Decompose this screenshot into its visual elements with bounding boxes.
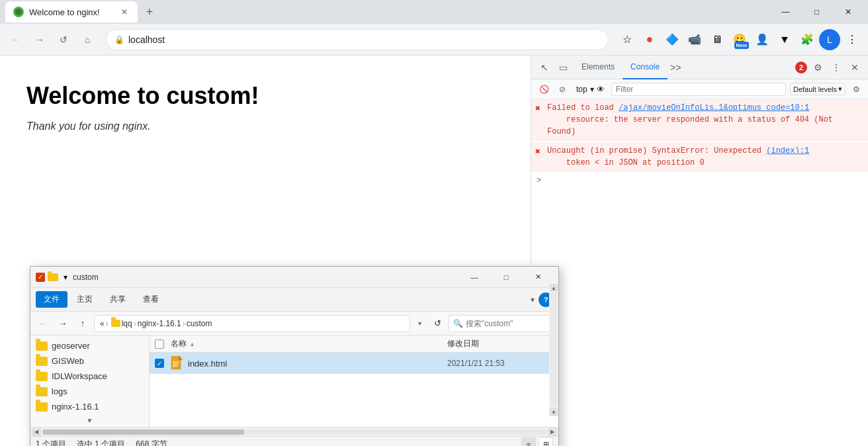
ribbon-tab-share[interactable]: 共享 xyxy=(102,291,134,308)
console-error-1: ✖ Failed to load /ajax/movieOnInfoLis…1&… xyxy=(531,99,868,141)
view-grid-button[interactable]: ⊞ xyxy=(539,437,553,447)
profile-icon[interactable]: L xyxy=(819,29,840,50)
explorer-back-button[interactable]: ← xyxy=(34,315,52,332)
status-total: 1 个项目 xyxy=(36,439,66,446)
file-explorer: ✓ ▾ custom — □ ✕ 文件 主页 共享 查看 ▾ ? xyxy=(30,266,559,446)
svg-rect-5 xyxy=(173,365,177,367)
browser-tab[interactable]: Welcome to nginx! ✕ xyxy=(5,1,138,22)
hscroll-right-icon[interactable]: ▶ xyxy=(548,428,557,436)
extension6-icon[interactable]: ▼ xyxy=(774,29,795,50)
devtools-close-icon[interactable]: ✕ xyxy=(847,60,863,75)
default-levels-button[interactable]: Default levels ▾ xyxy=(790,83,846,95)
extension5-icon[interactable]: 👤 xyxy=(752,29,773,50)
file-row-indexhtml[interactable]: ✓ xyxy=(150,353,558,374)
devtools-inspect-icon[interactable]: ↖ xyxy=(537,60,552,75)
devtools-settings-icon[interactable]: ⚙ xyxy=(810,60,826,75)
clear-console-icon[interactable]: 🚫 xyxy=(537,82,551,97)
devtools-more-tabs[interactable]: >> xyxy=(668,62,683,73)
eye-icon[interactable]: 👁 xyxy=(597,85,605,94)
error-link-2[interactable]: (index):1 xyxy=(766,146,809,156)
sidebar-folder-gisweb[interactable]: GISWeb xyxy=(30,353,140,369)
context-select[interactable]: top ▾ 👁 xyxy=(574,83,607,95)
extension2-icon[interactable]: 📹 xyxy=(684,29,705,50)
extension4-new[interactable]: 😀 New xyxy=(729,29,750,50)
error-count-badge: 2 xyxy=(795,62,807,73)
file-date-text: 2021/1/21 21:53 xyxy=(447,359,553,368)
console-settings-icon[interactable]: ⚙ xyxy=(849,83,863,96)
explorer-forward-button[interactable]: → xyxy=(54,315,71,332)
hscroll-thumb[interactable] xyxy=(42,429,244,435)
devtools-menu-icon[interactable]: ⋮ xyxy=(828,60,844,75)
extensions-icon[interactable]: 🧩 xyxy=(797,29,818,50)
sidebar-folder-nginx[interactable]: nginx-1.16.1 xyxy=(30,399,140,414)
ribbon-expand-icon[interactable]: ▾ xyxy=(528,292,537,307)
file-checkbox-indexhtml[interactable]: ✓ xyxy=(155,359,171,368)
ribbon-tab-view[interactable]: 查看 xyxy=(135,291,167,308)
ribbon: 文件 主页 共享 查看 ▾ ? xyxy=(30,288,558,312)
sidebar-folder-idlworkspace[interactable]: IDLWorkspace xyxy=(30,369,140,384)
close-button[interactable]: ✕ xyxy=(833,0,863,24)
main-area: Welcome to custom! Thank you for using n… xyxy=(0,56,868,446)
header-check xyxy=(155,339,171,349)
ribbon-tab-file[interactable]: 文件 xyxy=(36,291,67,308)
nav-refresh-button[interactable]: ↺ xyxy=(429,315,446,332)
maximize-button[interactable]: □ xyxy=(802,0,832,24)
file-name-cell: index.html xyxy=(171,357,447,370)
folder-icon-geoserver xyxy=(36,341,48,351)
new-tab-button[interactable]: + xyxy=(140,3,159,21)
view-list-button[interactable]: ≡ xyxy=(521,437,536,447)
breadcrumb-path[interactable]: « › lqq › nginx-1.16.1 › custom xyxy=(94,315,410,332)
block-icon[interactable]: ⊘ xyxy=(555,82,570,97)
column-name-header[interactable]: 名称 ▲ xyxy=(171,338,447,349)
explorer-up-button[interactable]: ↑ xyxy=(74,315,91,332)
menu-icon[interactable]: ⋮ xyxy=(842,29,863,50)
search-box[interactable]: 🔍 xyxy=(449,315,554,332)
address-input[interactable]: 🔒 localhost xyxy=(106,29,609,50)
folder-label-idlworkspace: IDLWorkspace xyxy=(52,371,107,381)
sidebar-scroll-down-icon[interactable]: ▼ xyxy=(87,417,93,424)
sidebar-folder-logs[interactable]: logs xyxy=(30,384,140,399)
console-caret[interactable]: > xyxy=(531,172,868,189)
console-error-2: ✖ Uncaught (in promise) SyntaxError: Une… xyxy=(531,142,868,172)
address-bar: ← → ↺ ⌂ 🔒 localhost ☆ ● 🔷 📹 🖥 😀 New xyxy=(0,24,868,56)
lock-icon: 🔒 xyxy=(114,35,124,44)
window-controls: — □ ✕ xyxy=(771,0,863,24)
error-icon-2: ✖ xyxy=(535,146,541,159)
filter-input[interactable] xyxy=(611,83,786,96)
sidebar-folder-geoserver[interactable]: geoserver xyxy=(30,338,140,353)
devtools-device-icon[interactable]: ▭ xyxy=(555,60,571,75)
chrome-icon[interactable]: ● xyxy=(639,29,660,50)
error-text-2: Uncaught (in promise) SyntaxError: Unexp… xyxy=(547,146,809,167)
explorer-maximize-button[interactable]: □ xyxy=(491,267,521,288)
extension1-icon[interactable]: 🔷 xyxy=(662,29,683,50)
back-button[interactable]: ← xyxy=(5,29,26,50)
hscroll-left-icon[interactable]: ◀ xyxy=(32,428,41,436)
ribbon-tab-home[interactable]: 主页 xyxy=(69,291,101,308)
explorer-title-bar: ✓ ▾ custom — □ ✕ xyxy=(30,267,558,288)
column-date-header[interactable]: 修改日期 xyxy=(447,338,553,349)
html-file-icon xyxy=(171,357,184,370)
explorer-minimize-button[interactable]: — xyxy=(459,267,490,288)
explorer-title-text: custom xyxy=(73,273,99,282)
tab-elements[interactable]: Elements xyxy=(574,56,623,79)
error-link-1[interactable]: /ajax/movieOnInfoLis…1&optimus_code=10:1 xyxy=(619,103,809,112)
breadcrumb-part-2: nginx-1.16.1 xyxy=(138,319,181,328)
select-all-checkbox[interactable] xyxy=(155,339,164,349)
extension3-icon[interactable]: 🖥 xyxy=(707,29,728,50)
explorer-sidebar: geoserver GISWeb IDLWorkspace logs xyxy=(30,335,150,427)
tab-close-button[interactable]: ✕ xyxy=(119,7,130,17)
hscroll-track[interactable] xyxy=(42,429,546,435)
breadcrumb-part-3: custom xyxy=(187,319,212,328)
minimize-button[interactable]: — xyxy=(771,0,801,24)
bookmark-icon[interactable]: ☆ xyxy=(617,29,638,50)
forward-button[interactable]: → xyxy=(29,29,50,50)
status-selected: 选中 1 个项目 xyxy=(77,439,125,446)
home-button[interactable]: ⌂ xyxy=(77,29,98,50)
path-dropdown-icon[interactable]: ▾ xyxy=(413,315,426,332)
tab-console[interactable]: Console xyxy=(623,56,668,79)
search-input[interactable] xyxy=(466,319,539,328)
tab-title: Welcome to nginx! xyxy=(29,7,100,17)
vscroll-down-icon[interactable]: ▼ xyxy=(550,408,558,416)
refresh-button[interactable]: ↺ xyxy=(53,29,74,50)
devtools-panel: ↖ ▭ Elements Console >> 2 ⚙ ⋮ ✕ 🚫 ⊘ xyxy=(531,56,868,446)
